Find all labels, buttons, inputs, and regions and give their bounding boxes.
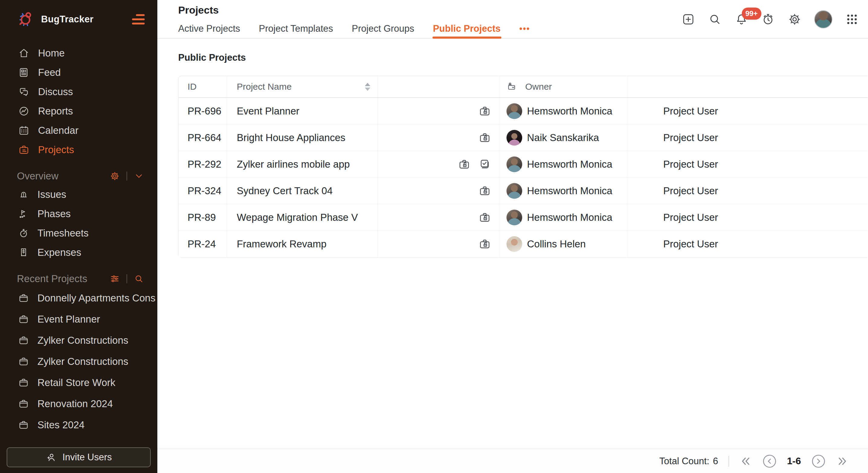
table-row[interactable]: PR-696 Event Planner Hemsworth Monica Pr… — [179, 98, 868, 124]
search-icon[interactable] — [134, 274, 144, 284]
cell-flags — [378, 231, 500, 257]
avatar — [506, 130, 522, 146]
column-header-owner: Owner — [500, 76, 628, 97]
app-name: BugTracker — [41, 14, 94, 25]
total-count: Total Count: 6 — [659, 456, 718, 467]
briefcase-icon — [18, 293, 29, 304]
avatar — [506, 156, 522, 172]
cell-owner: Naik Sanskarika — [500, 124, 628, 151]
column-header-flags — [378, 76, 500, 97]
recent-project-retail-store[interactable]: Retail Store Work — [0, 372, 157, 393]
cell-role: Project User — [628, 124, 868, 151]
sidebar-item-calendar[interactable]: Calendar — [0, 121, 157, 140]
active-tab-underline — [433, 36, 501, 39]
briefcase-icon — [18, 144, 30, 156]
recent-project-zylker-1[interactable]: Zylker Constructions — [0, 330, 157, 351]
owner-icon — [506, 82, 517, 92]
more-tabs-icon[interactable]: ••• — [520, 24, 530, 34]
tab-project-groups[interactable]: Project Groups — [352, 19, 414, 38]
notification-badge: 99+ — [742, 7, 762, 20]
cell-role: Project User — [628, 231, 868, 257]
cell-project-name: Wepage Migration Phase V — [227, 204, 378, 230]
sidebar-item-reports[interactable]: Reports — [0, 101, 157, 121]
receipt-icon — [18, 247, 29, 258]
filter-sliders-icon[interactable] — [110, 274, 120, 284]
sidebar-collapse-icon[interactable] — [132, 14, 145, 25]
public-project-icon — [478, 185, 491, 197]
previous-page-button[interactable] — [762, 454, 777, 469]
table-row[interactable]: PR-664 Bright House Appliances Naik Sans… — [179, 124, 868, 151]
cell-role: Project User — [628, 178, 868, 204]
bug-logo-icon — [17, 10, 34, 28]
avatar — [506, 183, 522, 199]
person-add-icon — [45, 452, 57, 463]
cell-id: PR-89 — [179, 204, 227, 230]
avatar — [506, 210, 522, 225]
column-header-project-name: Project Name — [227, 76, 378, 97]
issue-icon — [18, 189, 29, 200]
sidebar-item-projects[interactable]: Projects — [0, 140, 157, 159]
cell-flags — [378, 98, 500, 124]
stopwatch-icon — [18, 228, 29, 239]
table-row[interactable]: PR-324 Sydney Cert Track 04 Hemsworth Mo… — [179, 178, 868, 204]
topbar-actions: 99+ — [681, 0, 859, 39]
cell-owner: Hemsworth Monica — [500, 151, 628, 177]
cell-project-name: Event Planner — [227, 98, 378, 124]
divider — [127, 171, 127, 181]
sidebar-item-expenses[interactable]: Expenses — [0, 243, 157, 262]
user-avatar[interactable] — [814, 10, 832, 28]
first-page-icon — [739, 455, 752, 468]
table-row[interactable]: PR-24 Framework Revamp Collins Helen Pro… — [179, 231, 868, 257]
tab-active-projects[interactable]: Active Projects — [178, 19, 240, 38]
recent-project-event-planner[interactable]: Event Planner — [0, 309, 157, 330]
sort-icon[interactable] — [365, 83, 370, 91]
add-icon — [681, 12, 695, 26]
public-project-icon — [478, 105, 491, 118]
next-page-button[interactable] — [811, 454, 826, 469]
settings-button[interactable] — [788, 12, 802, 26]
apps-grid-icon — [845, 12, 859, 26]
cell-project-name: Bright House Appliances — [227, 124, 378, 151]
briefcase-icon — [18, 356, 29, 367]
template-icon — [478, 158, 491, 171]
app-logo-row: BugTracker — [0, 0, 157, 39]
chevron-down-icon[interactable] — [134, 171, 144, 181]
feed-icon — [18, 67, 30, 78]
gear-icon[interactable] — [110, 171, 120, 181]
cell-flags — [378, 151, 500, 177]
public-project-icon — [458, 158, 470, 171]
reports-icon — [18, 105, 30, 117]
timer-icon — [761, 12, 775, 26]
last-page-icon — [836, 455, 849, 468]
recent-project-zylker-2[interactable]: Zylker Constructions — [0, 351, 157, 372]
recent-projects-header: Recent Projects — [0, 270, 157, 288]
add-button[interactable] — [681, 12, 695, 26]
cell-id: PR-324 — [179, 178, 227, 204]
cell-project-name: Framework Revamp — [227, 231, 378, 257]
invite-users-button[interactable]: Invite Users — [7, 447, 151, 467]
tab-project-templates[interactable]: Project Templates — [259, 19, 333, 38]
sidebar-item-feed[interactable]: Feed — [0, 63, 157, 82]
first-page-button[interactable] — [739, 455, 752, 468]
table-row[interactable]: PR-292 Zylker airlines mobile app Hemswo… — [179, 151, 868, 178]
cell-id: PR-24 — [179, 231, 227, 257]
recent-project-sites[interactable]: Sites 2024 — [0, 414, 157, 436]
search-icon — [708, 12, 722, 26]
recent-project-renovation[interactable]: Renovation 2024 — [0, 393, 157, 414]
search-button[interactable] — [708, 12, 722, 26]
next-page-icon — [811, 454, 826, 469]
apps-launcher-button[interactable] — [845, 12, 859, 26]
sidebar-item-issues[interactable]: Issues — [0, 185, 157, 204]
sidebar-item-timesheets[interactable]: Timesheets — [0, 223, 157, 243]
cell-flags — [378, 204, 500, 230]
table-row[interactable]: PR-89 Wepage Migration Phase V Hemsworth… — [179, 204, 868, 231]
timer-button[interactable] — [761, 12, 775, 26]
recent-project-donnelly[interactable]: Donnelly Apartments Cons — [0, 288, 157, 309]
briefcase-icon — [18, 377, 29, 388]
notifications-button[interactable]: 99+ — [735, 12, 748, 26]
sidebar-item-discuss[interactable]: Discuss — [0, 82, 157, 101]
sidebar-item-home[interactable]: Home — [0, 43, 157, 63]
last-page-button[interactable] — [836, 455, 849, 468]
sidebar-item-phases[interactable]: Phases — [0, 204, 157, 223]
tab-public-projects[interactable]: Public Projects — [433, 19, 501, 38]
